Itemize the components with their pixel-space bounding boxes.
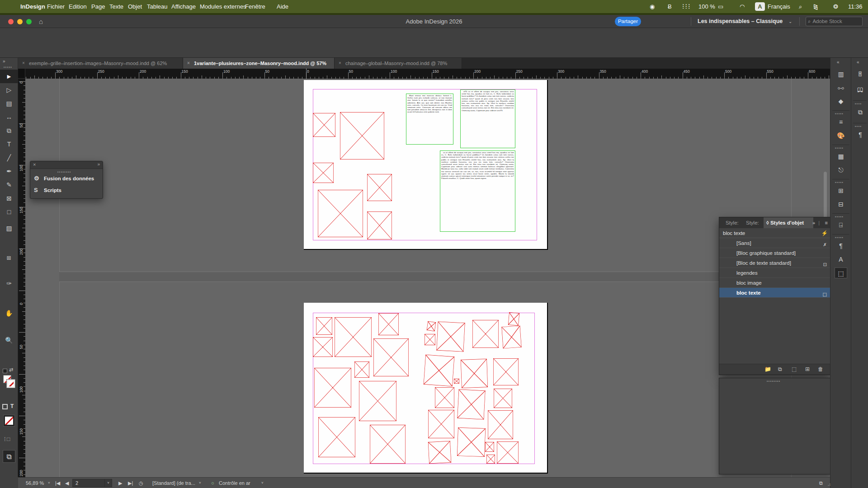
image-frame[interactable] [425, 334, 435, 345]
delete-style-icon[interactable]: 🗑 [818, 366, 823, 372]
bluetooth-app-icon[interactable]: Ƀ [668, 0, 672, 13]
last-page-button[interactable]: ▶| [128, 478, 133, 488]
language-badge[interactable]: A [755, 2, 765, 11]
image-frame[interactable] [335, 317, 372, 357]
image-frame[interactable] [316, 317, 332, 335]
text-frame[interactable]: ufTli co et villem de ausqua rem pra, se… [460, 89, 515, 148]
panel-item-scripts[interactable]: SScripts [34, 187, 61, 194]
menu-item-page[interactable]: Page [91, 0, 105, 13]
tool-stroke-swatch[interactable] [7, 380, 15, 388]
image-frame[interactable] [472, 320, 499, 348]
workspace-switcher[interactable]: Les indispensables – Classique [698, 15, 783, 28]
styles-tab-3[interactable]: ◊ Styles d'objet [764, 217, 813, 228]
wifi-icon[interactable]: ◠ [740, 0, 745, 13]
character-styles-icon[interactable]: A [835, 254, 847, 265]
color-icon[interactable]: 🎨 [835, 130, 847, 141]
close-tab-icon[interactable]: × [339, 58, 341, 69]
image-frame[interactable] [454, 379, 459, 384]
image-frame[interactable] [493, 358, 519, 385]
zoom-tool[interactable]: 🔍 [0, 333, 18, 347]
close-tab-icon[interactable]: × [187, 58, 190, 69]
dock-collapse-right[interactable]: « [857, 60, 859, 65]
menu-item-indesign[interactable]: InDesign [20, 0, 45, 13]
menu-item-texte[interactable]: Texte [109, 0, 123, 13]
battery-icon[interactable]: ▭ [718, 0, 723, 13]
image-frame[interactable] [354, 361, 369, 378]
text-frame[interactable]: Maet interox mei inverces detiocc hinter… [406, 94, 453, 145]
image-frame[interactable] [436, 321, 465, 352]
cc-libraries-icon[interactable]: ⎋ [835, 164, 847, 175]
style-row-bloc-texte[interactable]: bloc texte⬚ [719, 288, 831, 298]
table-styles-icon[interactable]: ⊟ [835, 199, 847, 210]
prev-page-button[interactable]: ◀ [65, 478, 69, 488]
formatting-container-icon[interactable] [2, 404, 8, 409]
object-styles-icon[interactable]: ⬚ [835, 267, 847, 278]
image-frame[interactable] [497, 441, 519, 464]
adobe-stock-search[interactable]: ⌕Adobe Stock [806, 17, 863, 26]
image-frame[interactable] [378, 313, 399, 335]
image-frame[interactable] [427, 321, 436, 331]
eyedropper-tool[interactable]: ✑ [0, 277, 18, 290]
zoom-level[interactable]: 56,89 % [26, 478, 44, 488]
document-tab-3[interactable]: ×chainage–global–Masonry–mood.indd @ 78% [335, 58, 462, 69]
share-button[interactable]: Partager [615, 17, 641, 26]
new-style-icon[interactable]: ⊞ [805, 366, 810, 372]
properties-icon[interactable]: 🎚 [854, 69, 867, 80]
page-number-field[interactable]: 2˅ [72, 479, 112, 487]
pages-icon[interactable]: ▥ [835, 69, 847, 80]
menu-item-tableau[interactable]: Tableau [147, 0, 168, 13]
collapse-icon[interactable]: » [97, 162, 100, 167]
image-frame[interactable] [508, 312, 519, 326]
style-row-legendes[interactable]: legendes [719, 268, 831, 278]
image-frame[interactable] [501, 326, 521, 349]
menu-item-edition[interactable]: Edition [69, 0, 87, 13]
image-frame[interactable] [318, 190, 363, 237]
type-tool[interactable]: T [0, 137, 18, 151]
screen-record-icon[interactable]: ◉ [650, 0, 655, 13]
spotlight-search-icon[interactable]: ⌕ [799, 0, 802, 13]
data-merge-icon[interactable]: ⍈ [835, 220, 847, 230]
grip-dots[interactable]: ▪▪▪▪▪▪▪▪ [57, 170, 71, 174]
layout-icon[interactable]: ⧉ [854, 107, 867, 117]
gap-tool[interactable]: ↔ [0, 110, 18, 124]
style-row-bloc-image[interactable]: bloc image [719, 278, 831, 288]
dock-collapse-left[interactable]: « [837, 60, 840, 65]
control-center-icon[interactable]: ⧎ [813, 0, 818, 13]
menu-item-fenêtre[interactable]: Fenêtre [245, 0, 265, 13]
screen-mode-button[interactable]: ⧉ [3, 450, 15, 463]
formatting-text-icon[interactable]: T [10, 403, 14, 409]
image-frame[interactable] [428, 410, 454, 438]
menu-item-aide[interactable]: Aide [277, 0, 288, 13]
page-tool[interactable]: ▤ [0, 97, 18, 110]
swap-fill-stroke-icon[interactable] [3, 369, 7, 373]
image-frame[interactable] [373, 338, 409, 376]
direct-selection-tool[interactable]: ▷ [0, 83, 18, 97]
tools-grip[interactable]: ▪▪▪▪▪ [4, 65, 12, 69]
image-frame[interactable] [457, 427, 486, 457]
selection-tool[interactable]: ► [0, 70, 18, 83]
image-frame[interactable] [340, 112, 384, 160]
content-collector-tool[interactable]: ⧉ [0, 124, 18, 137]
ruler-corner[interactable] [18, 69, 25, 79]
pages-view-icon[interactable]: ⧉ [819, 478, 823, 488]
image-frame[interactable] [359, 381, 396, 421]
panel-item-data-merge[interactable]: ⚙Fusion des données [34, 175, 94, 182]
new-style-from-icon[interactable]: ⧉ [778, 366, 782, 372]
close-tab-icon[interactable]: × [22, 58, 25, 69]
image-frame[interactable] [486, 455, 495, 464]
document-tab-2[interactable]: ×1variante–plusieures–zone–Masonry–mood.… [183, 58, 335, 69]
apply-none-button[interactable] [3, 415, 15, 427]
menubar-clock[interactable]: 11:36 [848, 0, 863, 13]
vertical-ruler[interactable]: 050100150200050100150200 [18, 79, 25, 477]
image-frame[interactable] [318, 417, 355, 457]
spread-page-1[interactable]: Maet interox mei inverces detiocc hinter… [304, 80, 548, 250]
paragraph-styles-icon[interactable]: ¶ [835, 240, 847, 251]
panel-collapse-icon[interactable]: » [812, 217, 815, 228]
styles-tab-1[interactable]: Style: [723, 217, 743, 228]
image-frame[interactable] [370, 425, 406, 464]
image-frame[interactable] [424, 355, 454, 386]
menu-item-fichier[interactable]: Fichier [47, 0, 65, 13]
image-frame[interactable] [313, 337, 333, 357]
image-frame[interactable] [435, 387, 454, 408]
book-icon[interactable]: 🕮 [854, 84, 867, 95]
